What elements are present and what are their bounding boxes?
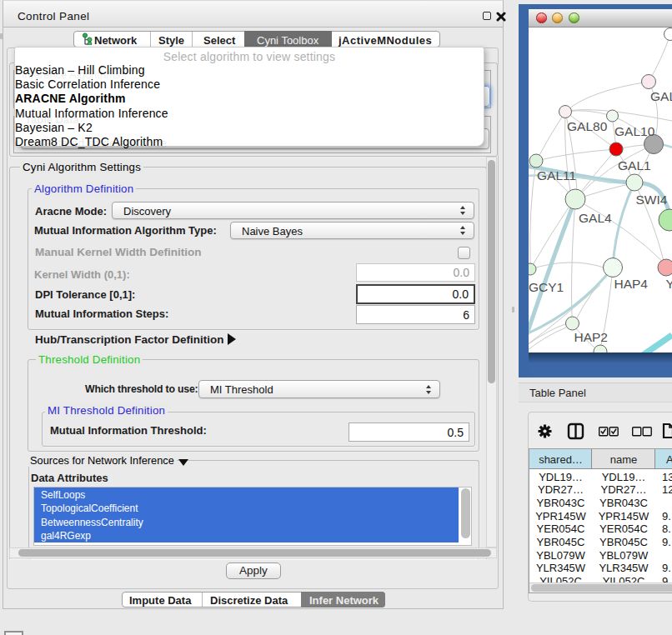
svg-text:GAL80: GAL80 xyxy=(567,119,608,133)
svg-text:GAL11: GAL11 xyxy=(537,168,576,182)
svg-text:Y: Y xyxy=(666,277,672,291)
svg-text:SWI4: SWI4 xyxy=(636,192,668,207)
svg-text:HAP2: HAP2 xyxy=(574,330,609,344)
svg-text:GAL4: GAL4 xyxy=(579,211,612,225)
svg-text:HAP4: HAP4 xyxy=(614,277,649,291)
svg-text:GCY1: GCY1 xyxy=(529,280,564,294)
svg-text:GAL: GAL xyxy=(650,89,672,103)
svg-text:GAL1: GAL1 xyxy=(618,158,651,172)
svg-text:GAL10: GAL10 xyxy=(614,124,655,138)
